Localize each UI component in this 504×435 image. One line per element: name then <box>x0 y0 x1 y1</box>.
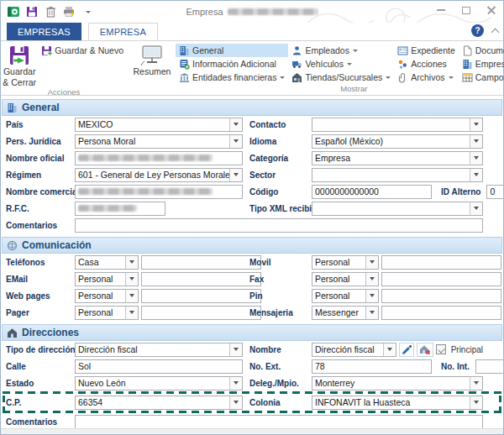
pager-type-combo[interactable]: Personal <box>75 306 139 320</box>
comentarios-input[interactable] <box>75 218 483 233</box>
ribbon-item-entidades-financieras[interactable]: Entidades financieras <box>176 71 288 84</box>
deleg-mpio-combo[interactable]: Monterrey <box>312 376 483 390</box>
telefonos-type-combo[interactable]: Casa <box>75 255 139 270</box>
dropdown-arrow-icon[interactable] <box>229 343 242 356</box>
dropdown-arrow-icon[interactable] <box>365 256 378 269</box>
close-icon[interactable] <box>485 4 498 16</box>
store-icon <box>291 72 302 83</box>
regimen-combo[interactable]: 601 - General de Ley Personas Morales <box>75 168 243 182</box>
section-title: General <box>22 102 60 113</box>
no-int-label: No. Int. <box>434 362 473 371</box>
tab-empresa[interactable]: EMPRESA <box>88 23 158 40</box>
dropdown-arrow-icon[interactable] <box>229 169 242 181</box>
colonia-combo[interactable]: INFONAVIT la Huasteca <box>312 396 483 410</box>
telefonos-label: Teléfonos <box>6 258 75 267</box>
nombre-oficial-input[interactable] <box>75 151 243 165</box>
pin-input[interactable] <box>381 289 501 303</box>
dropdown-arrow-icon[interactable] <box>229 135 242 148</box>
dropdown-arrow-icon[interactable] <box>365 307 378 319</box>
pers-juridica-combo[interactable]: Persona Moral <box>75 134 243 149</box>
direcciones-comentarios-input[interactable] <box>75 415 483 429</box>
idioma-combo[interactable]: Español (México) <box>312 134 483 149</box>
tipo-xml-combo[interactable] <box>312 202 483 216</box>
dropdown-arrow-icon[interactable] <box>125 307 138 319</box>
categoria-combo[interactable]: Empresa <box>312 151 483 165</box>
rfc-input[interactable] <box>75 202 165 216</box>
contacto-combo[interactable] <box>312 118 483 132</box>
edit-pencil-icon[interactable] <box>399 343 414 357</box>
dropdown-arrow-icon[interactable] <box>383 343 396 356</box>
dropdown-arrow-icon[interactable] <box>229 118 242 131</box>
ribbon-item-informacion-adicional[interactable]: Información Adicional <box>176 57 288 71</box>
no-int-input[interactable] <box>475 359 503 374</box>
codigo-input[interactable] <box>312 185 432 199</box>
regimen-label: Régimen <box>6 170 75 180</box>
estado-combo[interactable]: Nuevo León <box>75 376 243 390</box>
dropdown-arrow-icon[interactable] <box>125 256 138 269</box>
ribbon-item-empresas-corporativas[interactable]: Empresas Corporativas <box>459 57 504 71</box>
dropdown-arrow-icon[interactable] <box>470 377 482 390</box>
dropdown-arrow-icon[interactable] <box>229 396 242 409</box>
home-icon <box>7 328 18 338</box>
pais-combo[interactable]: MEXICO <box>75 118 243 132</box>
maximize-icon[interactable] <box>459 4 473 16</box>
dropdown-arrow-icon[interactable] <box>125 273 138 286</box>
email-type-combo[interactable]: Personal <box>75 272 139 286</box>
calle-input[interactable] <box>75 359 243 374</box>
nombre-direccion-combo[interactable]: Dirección fiscal <box>312 343 396 357</box>
principal-checkbox[interactable] <box>436 344 446 354</box>
save-new-button[interactable]: Guardar & Nuevo <box>38 44 127 57</box>
tab-empresas[interactable]: EMPRESAS <box>7 23 81 40</box>
form-row: Pager Personal Mensajeria Messenger <box>1 304 503 321</box>
dropdown-arrow-icon[interactable] <box>470 396 482 409</box>
web-type-combo[interactable]: Personal <box>75 289 139 303</box>
dropdown-arrow-icon[interactable] <box>470 202 482 215</box>
dropdown-arrow-icon[interactable] <box>470 118 482 131</box>
ribbon-item-archivos[interactable]: Archivos <box>394 71 459 84</box>
fax-type-combo[interactable]: Personal <box>312 272 379 286</box>
window-footer <box>1 428 503 434</box>
no-ext-input[interactable] <box>312 359 432 374</box>
remove-address-icon[interactable] <box>417 343 433 357</box>
tipo-direccion-combo[interactable]: Dirección fiscal <box>75 343 243 357</box>
dropdown-arrow-icon[interactable] <box>229 377 242 390</box>
sector-combo[interactable] <box>312 168 483 182</box>
ribbon-item-campos-extras[interactable]: Campos Extras <box>459 71 504 84</box>
movil-input[interactable] <box>381 255 501 270</box>
ribbon-item-documentos[interactable]: Documentos <box>459 44 504 57</box>
id-alterno-input[interactable] <box>486 185 503 199</box>
mensajeria-type-combo[interactable]: Messenger <box>312 306 379 320</box>
help-icon[interactable]: ? <box>471 24 484 37</box>
ribbon-item-tiendas-sucursales[interactable]: Tiendas/Sucursales <box>288 71 394 84</box>
dropdown-arrow-icon[interactable] <box>470 169 482 181</box>
ribbon-item-empleados[interactable]: Empleados <box>288 44 394 57</box>
ribbon-item-acciones[interactable]: Acciones <box>394 57 459 71</box>
ribbon-item-expediente[interactable]: Expediente <box>394 44 459 57</box>
nombre-comercial-input[interactable] <box>75 185 243 199</box>
fax-input[interactable] <box>381 272 501 286</box>
dropdown-arrow-icon[interactable] <box>125 290 138 302</box>
save-close-button[interactable]: Guardar & Cerrar <box>1 43 38 87</box>
tipo-xml-label: Tipo XML recibido <box>243 204 312 213</box>
resumen-button[interactable]: Resumen <box>129 43 176 77</box>
dropdown-arrow-icon[interactable] <box>365 290 378 302</box>
form-row: Nombre comercial Código ID Alterno <box>1 183 503 200</box>
window-title: Empresa <box>1 7 503 17</box>
mensajeria-input[interactable] <box>381 306 501 320</box>
form-row: Tipo de dirección Dirección fiscal Nombr… <box>1 341 503 358</box>
minimize-icon[interactable] <box>434 4 448 16</box>
section-title: Direcciones <box>22 327 79 338</box>
form-row: Pers. Jurídica Persona Moral Idioma Espa… <box>1 133 503 149</box>
movil-type-combo[interactable]: Personal <box>312 255 379 270</box>
pin-type-combo[interactable]: Personal <box>312 289 379 303</box>
collapse-ribbon-icon[interactable] <box>491 28 500 36</box>
additional-info-icon <box>179 59 190 70</box>
form-row: Teléfonos Casa Movil Personal <box>1 254 503 270</box>
cp-combo[interactable]: 66354 <box>75 396 243 410</box>
ribbon-item-vehiculos[interactable]: Vehículos <box>288 57 394 71</box>
ribbon-item-general[interactable]: General <box>176 44 288 57</box>
dropdown-arrow-icon[interactable] <box>470 135 482 148</box>
dropdown-arrow-icon[interactable] <box>365 273 378 286</box>
redacted-title-text <box>228 8 318 15</box>
dropdown-arrow-icon[interactable] <box>470 152 482 165</box>
